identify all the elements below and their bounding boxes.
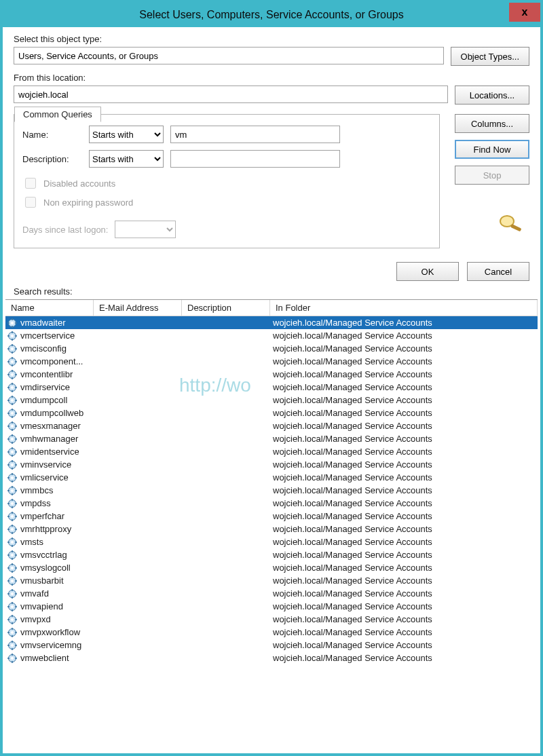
result-row[interactable]: vmsyslogcollwojcieh.local/Managed Servic…	[5, 561, 538, 574]
description-mode-select[interactable]: Starts with	[89, 150, 164, 168]
location-input[interactable]	[14, 86, 448, 103]
result-name-cell: vmvafd	[5, 588, 273, 599]
service-account-icon	[7, 459, 18, 470]
result-folder-cell: wojcieh.local/Managed Service Accounts	[273, 614, 538, 624]
columns-button[interactable]: Columns...	[455, 114, 529, 133]
result-folder-cell: wojcieh.local/Managed Service Accounts	[273, 537, 538, 547]
result-folder-cell: wojcieh.local/Managed Service Accounts	[273, 640, 538, 650]
service-account-icon	[7, 563, 18, 573]
result-name-cell: vmidentservice	[5, 447, 273, 457]
result-row[interactable]: vmvpxworkflowwojcieh.local/Managed Servi…	[5, 626, 538, 639]
result-row[interactable]: vmcontentlibrwojcieh.local/Managed Servi…	[5, 368, 538, 381]
result-row[interactable]: vmstswojcieh.local/Managed Service Accou…	[5, 535, 538, 548]
result-row[interactable]: vmadwaiterwojcieh.local/Managed Service …	[5, 316, 538, 329]
result-row[interactable]: vmcisconfigwojcieh.local/Managed Service…	[5, 342, 538, 355]
result-row[interactable]: vmdumpcollwebwojcieh.local/Managed Servi…	[5, 407, 538, 419]
result-name-cell: vmcomponent...	[5, 356, 273, 367]
result-row[interactable]: vmesxmanagerwojcieh.local/Managed Servic…	[5, 419, 538, 432]
result-row[interactable]: vmvafdwojcieh.local/Managed Service Acco…	[5, 587, 538, 600]
result-row[interactable]: vmrhttpproxywojcieh.local/Managed Servic…	[5, 523, 538, 535]
result-folder-cell: wojcieh.local/Managed Service Accounts	[273, 459, 538, 470]
result-folder-cell: wojcieh.local/Managed Service Accounts	[273, 563, 538, 573]
result-name-cell: vminvservice	[5, 459, 273, 470]
service-account-icon	[7, 653, 18, 664]
result-folder-cell: wojcieh.local/Managed Service Accounts	[273, 369, 538, 379]
service-account-icon	[7, 601, 18, 612]
locations-button[interactable]: Locations...	[455, 86, 529, 105]
result-row[interactable]: vmmbcswojcieh.local/Managed Service Acco…	[5, 484, 538, 497]
service-account-icon	[7, 343, 18, 354]
result-row[interactable]: vmsvcctrlagwojcieh.local/Managed Service…	[5, 548, 538, 561]
result-name-cell: vmwebclient	[5, 653, 273, 664]
result-name-cell: vmadwaiter	[5, 318, 273, 328]
result-name-cell: vmlicservice	[5, 472, 273, 483]
result-folder-cell: wojcieh.local/Managed Service Accounts	[273, 447, 538, 457]
result-name-cell: vmdumpcollweb	[5, 408, 273, 419]
service-account-icon	[7, 627, 18, 638]
result-row[interactable]: vmdumpcollwojcieh.local/Managed Service …	[5, 394, 538, 407]
result-folder-cell: wojcieh.local/Managed Service Accounts	[273, 434, 538, 444]
title-bar: Select Users, Computers, Service Account…	[3, 3, 540, 27]
object-type-label: Select this object type:	[14, 34, 529, 44]
tab-common-queries[interactable]: Common Queries	[14, 107, 101, 122]
service-account-icon	[7, 447, 18, 457]
result-name-cell: vmcontentlibr	[5, 369, 273, 380]
result-row[interactable]: vmvpxdwojcieh.local/Managed Service Acco…	[5, 613, 538, 626]
col-desc[interactable]: Description	[182, 300, 270, 316]
result-row[interactable]: vmcomponent...wojcieh.local/Managed Serv…	[5, 355, 538, 368]
close-button[interactable]: x	[509, 3, 540, 22]
service-account-icon	[7, 395, 18, 406]
service-account-icon	[7, 524, 18, 535]
result-name-cell: vmdirservice	[5, 382, 273, 393]
object-types-button[interactable]: Object Types...	[451, 47, 529, 66]
close-icon: x	[522, 6, 528, 18]
result-folder-cell: wojcieh.local/Managed Service Accounts	[273, 318, 538, 328]
result-row[interactable]: vmwebclientwojcieh.local/Managed Service…	[5, 651, 538, 664]
result-folder-cell: wojcieh.local/Managed Service Accounts	[273, 472, 538, 483]
result-name-cell: vmcertservice	[5, 330, 273, 341]
result-folder-cell: wojcieh.local/Managed Service Accounts	[273, 588, 538, 599]
result-row[interactable]: vmhwmanagerwojcieh.local/Managed Service…	[5, 432, 538, 445]
search-results-label: Search results:	[3, 286, 540, 299]
result-row[interactable]: vmlicservicewojcieh.local/Managed Servic…	[5, 471, 538, 484]
service-account-icon	[7, 382, 18, 393]
result-name-cell: vmvpxd	[5, 614, 273, 625]
result-folder-cell: wojcieh.local/Managed Service Accounts	[273, 421, 538, 431]
description-value-input[interactable]	[170, 150, 340, 168]
name-value-input[interactable]	[170, 126, 340, 143]
search-icon	[495, 212, 525, 232]
ok-button[interactable]: OK	[396, 262, 459, 281]
service-account-icon	[7, 640, 18, 651]
disabled-accounts-label: Disabled accounts	[43, 178, 115, 189]
result-row[interactable]: vmidentservicewojcieh.local/Managed Serv…	[5, 445, 538, 458]
non-expiring-checkbox[interactable]	[25, 197, 36, 208]
object-type-input[interactable]	[14, 47, 444, 64]
col-folder[interactable]: In Folder	[270, 300, 538, 316]
result-row[interactable]: vmusbarbitwojcieh.local/Managed Service …	[5, 574, 538, 587]
non-expiring-label: Non expiring password	[43, 197, 133, 208]
result-name-cell: vmrhttpproxy	[5, 524, 273, 535]
find-now-button[interactable]: Find Now	[455, 140, 529, 159]
result-row[interactable]: vmcertservicewojcieh.local/Managed Servi…	[5, 329, 538, 342]
result-name-cell: vmvapiend	[5, 601, 273, 612]
result-folder-cell: wojcieh.local/Managed Service Accounts	[273, 395, 538, 405]
result-folder-cell: wojcieh.local/Managed Service Accounts	[273, 330, 538, 341]
col-name[interactable]: Name	[5, 300, 94, 316]
result-row[interactable]: vminvservicewojcieh.local/Managed Servic…	[5, 458, 538, 471]
result-row[interactable]: vmdirservicewojcieh.local/Managed Servic…	[5, 381, 538, 394]
cancel-button[interactable]: Cancel	[467, 262, 529, 281]
result-folder-cell: wojcieh.local/Managed Service Accounts	[273, 498, 538, 508]
service-account-icon	[7, 588, 18, 599]
result-row[interactable]: vmpdsswojcieh.local/Managed Service Acco…	[5, 497, 538, 510]
result-folder-cell: wojcieh.local/Managed Service Accounts	[273, 382, 538, 392]
disabled-accounts-checkbox[interactable]	[25, 178, 36, 189]
service-account-icon	[7, 614, 18, 625]
result-folder-cell: wojcieh.local/Managed Service Accounts	[273, 408, 538, 418]
result-row[interactable]: vmperfcharwojcieh.local/Managed Service …	[5, 510, 538, 523]
result-row[interactable]: vmvservicemngwojcieh.local/Managed Servi…	[5, 639, 538, 651]
name-mode-select[interactable]: Starts with	[89, 126, 164, 143]
result-folder-cell: wojcieh.local/Managed Service Accounts	[273, 653, 538, 663]
col-email[interactable]: E-Mail Address	[94, 300, 182, 316]
result-name-cell: vmperfchar	[5, 511, 273, 522]
result-row[interactable]: vmvapiendwojcieh.local/Managed Service A…	[5, 600, 538, 613]
